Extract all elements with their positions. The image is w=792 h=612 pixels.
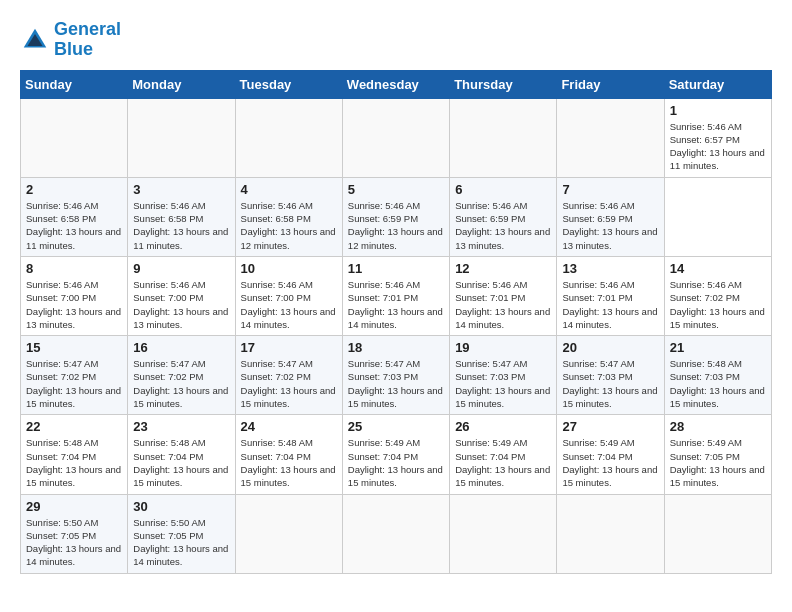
empty-cell <box>235 494 342 573</box>
day-number: 24 <box>241 419 337 434</box>
calendar-day: 28Sunrise: 5:49 AM Sunset: 7:05 PM Dayli… <box>664 415 771 494</box>
day-header-wednesday: Wednesday <box>342 70 449 98</box>
day-info: Sunrise: 5:47 AM Sunset: 7:03 PM Dayligh… <box>348 357 444 410</box>
calendar-day: 24Sunrise: 5:48 AM Sunset: 7:04 PM Dayli… <box>235 415 342 494</box>
day-number: 4 <box>241 182 337 197</box>
calendar-day: 21Sunrise: 5:48 AM Sunset: 7:03 PM Dayli… <box>664 336 771 415</box>
day-number: 25 <box>348 419 444 434</box>
calendar-day: 7Sunrise: 5:46 AM Sunset: 6:59 PM Daylig… <box>557 177 664 256</box>
day-number: 21 <box>670 340 766 355</box>
calendar-day: 22Sunrise: 5:48 AM Sunset: 7:04 PM Dayli… <box>21 415 128 494</box>
day-number: 13 <box>562 261 658 276</box>
day-number: 20 <box>562 340 658 355</box>
calendar-header-row: SundayMondayTuesdayWednesdayThursdayFrid… <box>21 70 772 98</box>
day-number: 27 <box>562 419 658 434</box>
empty-cell <box>557 98 664 177</box>
logo: General Blue <box>20 20 121 60</box>
day-number: 30 <box>133 499 229 514</box>
calendar-day: 16Sunrise: 5:47 AM Sunset: 7:02 PM Dayli… <box>128 336 235 415</box>
empty-cell <box>664 494 771 573</box>
calendar-day: 12Sunrise: 5:46 AM Sunset: 7:01 PM Dayli… <box>450 256 557 335</box>
day-info: Sunrise: 5:47 AM Sunset: 7:02 PM Dayligh… <box>241 357 337 410</box>
day-info: Sunrise: 5:46 AM Sunset: 7:00 PM Dayligh… <box>133 278 229 331</box>
day-header-tuesday: Tuesday <box>235 70 342 98</box>
empty-cell <box>557 494 664 573</box>
calendar-week-row: 22Sunrise: 5:48 AM Sunset: 7:04 PM Dayli… <box>21 415 772 494</box>
day-header-monday: Monday <box>128 70 235 98</box>
day-number: 18 <box>348 340 444 355</box>
day-number: 9 <box>133 261 229 276</box>
calendar-table: SundayMondayTuesdayWednesdayThursdayFrid… <box>20 70 772 574</box>
empty-cell <box>342 98 449 177</box>
day-number: 29 <box>26 499 122 514</box>
calendar-day: 5Sunrise: 5:46 AM Sunset: 6:59 PM Daylig… <box>342 177 449 256</box>
calendar-day: 20Sunrise: 5:47 AM Sunset: 7:03 PM Dayli… <box>557 336 664 415</box>
day-info: Sunrise: 5:49 AM Sunset: 7:05 PM Dayligh… <box>670 436 766 489</box>
calendar-week-row: 2Sunrise: 5:46 AM Sunset: 6:58 PM Daylig… <box>21 177 772 256</box>
empty-cell <box>450 98 557 177</box>
day-number: 12 <box>455 261 551 276</box>
day-number: 22 <box>26 419 122 434</box>
day-info: Sunrise: 5:49 AM Sunset: 7:04 PM Dayligh… <box>455 436 551 489</box>
day-info: Sunrise: 5:46 AM Sunset: 6:59 PM Dayligh… <box>562 199 658 252</box>
calendar-day: 17Sunrise: 5:47 AM Sunset: 7:02 PM Dayli… <box>235 336 342 415</box>
calendar-day: 23Sunrise: 5:48 AM Sunset: 7:04 PM Dayli… <box>128 415 235 494</box>
calendar-day: 18Sunrise: 5:47 AM Sunset: 7:03 PM Dayli… <box>342 336 449 415</box>
empty-cell <box>235 98 342 177</box>
day-info: Sunrise: 5:46 AM Sunset: 6:57 PM Dayligh… <box>670 120 766 173</box>
calendar-day: 4Sunrise: 5:46 AM Sunset: 6:58 PM Daylig… <box>235 177 342 256</box>
calendar-week-row: 1Sunrise: 5:46 AM Sunset: 6:57 PM Daylig… <box>21 98 772 177</box>
day-number: 16 <box>133 340 229 355</box>
day-info: Sunrise: 5:49 AM Sunset: 7:04 PM Dayligh… <box>562 436 658 489</box>
day-header-friday: Friday <box>557 70 664 98</box>
day-number: 1 <box>670 103 766 118</box>
calendar-day: 19Sunrise: 5:47 AM Sunset: 7:03 PM Dayli… <box>450 336 557 415</box>
day-info: Sunrise: 5:46 AM Sunset: 7:02 PM Dayligh… <box>670 278 766 331</box>
page-header: General Blue <box>20 20 772 60</box>
calendar-week-row: 15Sunrise: 5:47 AM Sunset: 7:02 PM Dayli… <box>21 336 772 415</box>
calendar-day: 27Sunrise: 5:49 AM Sunset: 7:04 PM Dayli… <box>557 415 664 494</box>
day-info: Sunrise: 5:46 AM Sunset: 7:01 PM Dayligh… <box>348 278 444 331</box>
day-info: Sunrise: 5:46 AM Sunset: 7:00 PM Dayligh… <box>26 278 122 331</box>
day-info: Sunrise: 5:46 AM Sunset: 6:58 PM Dayligh… <box>26 199 122 252</box>
day-info: Sunrise: 5:47 AM Sunset: 7:02 PM Dayligh… <box>133 357 229 410</box>
day-info: Sunrise: 5:48 AM Sunset: 7:04 PM Dayligh… <box>133 436 229 489</box>
day-info: Sunrise: 5:48 AM Sunset: 7:03 PM Dayligh… <box>670 357 766 410</box>
calendar-day: 1Sunrise: 5:46 AM Sunset: 6:57 PM Daylig… <box>664 98 771 177</box>
empty-cell <box>128 98 235 177</box>
day-info: Sunrise: 5:48 AM Sunset: 7:04 PM Dayligh… <box>26 436 122 489</box>
day-info: Sunrise: 5:50 AM Sunset: 7:05 PM Dayligh… <box>26 516 122 569</box>
empty-cell <box>450 494 557 573</box>
day-number: 15 <box>26 340 122 355</box>
empty-cell <box>21 98 128 177</box>
day-number: 10 <box>241 261 337 276</box>
logo-icon <box>20 25 50 55</box>
day-info: Sunrise: 5:46 AM Sunset: 7:01 PM Dayligh… <box>562 278 658 331</box>
day-number: 14 <box>670 261 766 276</box>
day-number: 5 <box>348 182 444 197</box>
day-info: Sunrise: 5:49 AM Sunset: 7:04 PM Dayligh… <box>348 436 444 489</box>
day-info: Sunrise: 5:47 AM Sunset: 7:03 PM Dayligh… <box>562 357 658 410</box>
logo-text: General Blue <box>54 20 121 60</box>
day-header-saturday: Saturday <box>664 70 771 98</box>
calendar-day: 25Sunrise: 5:49 AM Sunset: 7:04 PM Dayli… <box>342 415 449 494</box>
day-number: 3 <box>133 182 229 197</box>
calendar-week-row: 8Sunrise: 5:46 AM Sunset: 7:00 PM Daylig… <box>21 256 772 335</box>
calendar-day: 10Sunrise: 5:46 AM Sunset: 7:00 PM Dayli… <box>235 256 342 335</box>
day-info: Sunrise: 5:50 AM Sunset: 7:05 PM Dayligh… <box>133 516 229 569</box>
day-header-thursday: Thursday <box>450 70 557 98</box>
calendar-day: 2Sunrise: 5:46 AM Sunset: 6:58 PM Daylig… <box>21 177 128 256</box>
calendar-day: 30Sunrise: 5:50 AM Sunset: 7:05 PM Dayli… <box>128 494 235 573</box>
day-info: Sunrise: 5:47 AM Sunset: 7:03 PM Dayligh… <box>455 357 551 410</box>
day-header-sunday: Sunday <box>21 70 128 98</box>
day-info: Sunrise: 5:46 AM Sunset: 6:58 PM Dayligh… <box>241 199 337 252</box>
calendar-day: 15Sunrise: 5:47 AM Sunset: 7:02 PM Dayli… <box>21 336 128 415</box>
day-number: 8 <box>26 261 122 276</box>
day-number: 11 <box>348 261 444 276</box>
day-info: Sunrise: 5:46 AM Sunset: 6:59 PM Dayligh… <box>455 199 551 252</box>
calendar-week-row: 29Sunrise: 5:50 AM Sunset: 7:05 PM Dayli… <box>21 494 772 573</box>
day-number: 6 <box>455 182 551 197</box>
day-number: 28 <box>670 419 766 434</box>
day-number: 26 <box>455 419 551 434</box>
empty-cell <box>342 494 449 573</box>
